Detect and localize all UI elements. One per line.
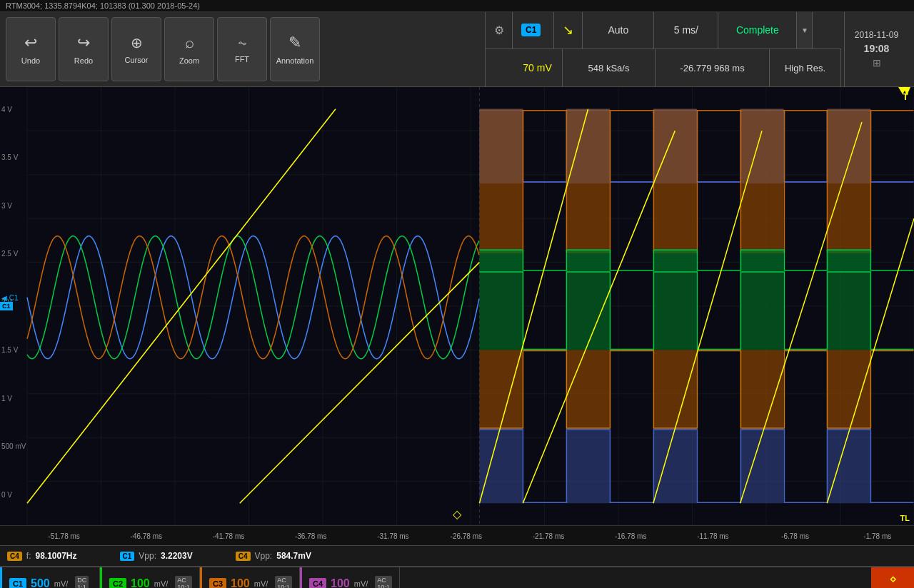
cursor-label: Cursor <box>124 56 148 64</box>
oscilloscope-display: 4 V 3.5 V 3 V 2.5 V 2 V 1.5 V 1 V 500 mV… <box>0 87 914 525</box>
time-axis: -51.78 ms -46.78 ms -41.78 ms -36.78 ms … <box>0 525 914 545</box>
trigger-icon-cell: ↘ <box>554 12 583 49</box>
ch1-value: 500 <box>31 577 50 588</box>
channel-c4-info[interactable]: C4 100 mV/ AC10:1 <box>300 567 400 588</box>
timebase-cell: 5 ms/ <box>654 12 718 49</box>
acquisition-value: Complete <box>736 24 779 36</box>
status-text: RTM3004; 1335.8794K04; 101383 (01.300 20… <box>6 1 200 10</box>
fft-button[interactable]: ⏦ FFT <box>217 17 267 81</box>
time-label-6: -21.78 ms <box>533 532 564 539</box>
measurement-freq: C4 f: 98.1007Hz <box>7 551 77 561</box>
c1-channel-indicator: C1 <box>0 302 13 310</box>
channel-c1-info[interactable]: C1 500 mV/ DC1:1 <box>0 567 100 588</box>
ch1-badge: C1 <box>9 578 26 588</box>
meas-freq-label: f: <box>26 551 31 561</box>
date-value: 2018-11-09 <box>855 30 898 40</box>
annotation-icon: ✎ <box>288 34 301 52</box>
mode-value: Auto <box>608 24 628 36</box>
volt-label-15v: 1.5 V <box>1 346 18 354</box>
status-bar: RTM3004; 1335.8794K04; 101383 (01.300 20… <box>0 0 914 12</box>
zoom-button[interactable]: ⌕ Zoom <box>164 17 214 81</box>
channel-header: ⚙ C1 ↘ Auto 5 ms/ Complete ▼ <box>486 12 841 49</box>
datetime-panel: 2018-11-09 19:08 ⊞ <box>844 12 908 87</box>
meas-badge-c1-vpp: C1 <box>120 552 135 561</box>
annotation-label: Annotation <box>276 56 314 65</box>
meas-vpp-c1-value: 3.2203V <box>161 551 193 561</box>
ch4-badge: C4 <box>309 578 326 588</box>
resolution-value: High Res. <box>785 63 825 74</box>
ch2-value: 100 <box>131 577 150 588</box>
time-label-10: -1.78 ms <box>863 532 891 539</box>
time-label-2: -41.78 ms <box>213 532 244 539</box>
ch4-coupling: AC10:1 <box>375 576 392 588</box>
redo-button[interactable]: ↪ Redo <box>59 17 109 81</box>
ch3-badge: C3 <box>209 578 226 588</box>
ch3-unit: mV/ <box>254 579 268 588</box>
zoom-icon: ⌕ <box>185 34 194 52</box>
time-label-9: -6.78 ms <box>781 532 809 539</box>
time-label-1: -46.78 ms <box>131 532 162 539</box>
cursor-button[interactable]: ⊕ Cursor <box>111 17 161 81</box>
sample-rate-cell: 548 kSa/s <box>563 49 656 87</box>
channel-badge: C1 <box>521 24 541 36</box>
volt-label-25v: 2.5 V <box>1 250 18 258</box>
ch1-coupling: DC1:1 <box>75 576 89 588</box>
timebase-value: 5 ms/ <box>674 24 698 36</box>
toolbar: ↩ Undo ↪ Redo ⊕ Cursor ⌕ Zoom ⏦ FFT ✎ An… <box>0 12 914 87</box>
mode-cell: Auto <box>583 12 654 49</box>
cursor-icon: ⊕ <box>131 34 143 51</box>
zoom-label: Zoom <box>179 56 199 65</box>
meas-vpp-c4-label: Vpp: <box>255 551 273 561</box>
meas-badge-c4-vpp: C4 <box>236 552 251 561</box>
undo-button[interactable]: ↩ Undo <box>6 17 56 81</box>
ch2-badge: C2 <box>109 578 126 588</box>
volt-label-4v: 4 V <box>1 105 12 113</box>
menu-button[interactable]: ⬦ Menu <box>871 567 914 589</box>
undo-label: Undo <box>21 56 40 65</box>
meas-freq-value: 98.1007Hz <box>35 551 76 561</box>
diamond-marker: ◇ <box>453 507 461 521</box>
meas-badge-c4-freq: C4 <box>7 552 22 561</box>
network-icon: ⊞ <box>873 57 881 69</box>
volt-label-500mv: 500 mV <box>1 442 26 450</box>
volt-label-1v: 1 V <box>1 394 12 402</box>
sample-rate-value: 548 kSa/s <box>588 63 630 74</box>
channel-footer: ⚙ 70 mV 548 kSa/s -26.779 968 ms High Re… <box>486 49 841 87</box>
volt-label-3v: 3 V <box>1 201 12 209</box>
measurement-vpp-c4: C4 Vpp: 584.7mV <box>236 551 311 561</box>
time-label-5: -26.78 ms <box>451 532 482 539</box>
time-offset-value: -26.779 968 ms <box>680 63 744 74</box>
bottom-channels-bar: C1 500 mV/ DC1:1 C2 100 mV/ AC10:1 C3 10… <box>0 567 914 588</box>
ch2-coupling: AC10:1 <box>175 576 192 588</box>
time-label-0: -51.78 ms <box>48 532 79 539</box>
fft-label: FFT <box>235 55 249 64</box>
fft-icon: ⏦ <box>238 36 246 51</box>
voltage-cell: 70 mV <box>513 49 563 87</box>
ch2-unit: mV/ <box>154 579 169 588</box>
waveform-canvas <box>0 87 914 525</box>
acquisition-cell: Complete <box>718 12 797 49</box>
channel-c2-info[interactable]: C2 100 mV/ AC10:1 <box>100 567 200 588</box>
volt-label-35v: 3.5 V <box>1 153 18 161</box>
redo-icon: ↪ <box>77 34 90 52</box>
tl-marker: TL <box>900 514 910 522</box>
measurement-vpp-c1: C1 Vpp: 3.2203V <box>120 551 193 561</box>
ch4-unit: mV/ <box>354 579 368 588</box>
channel-panel: ⚙ C1 ↘ Auto 5 ms/ Complete ▼ ⚙ 70 mV 548… <box>485 12 841 87</box>
trigger-t-marker: T <box>903 91 908 102</box>
time-offset-cell: -26.779 968 ms <box>656 49 770 87</box>
time-label-7: -16.78 ms <box>615 532 646 539</box>
dropdown-button[interactable]: ▼ <box>797 12 813 49</box>
time-label-4: -31.78 ms <box>377 532 408 539</box>
ch4-value: 100 <box>331 577 350 588</box>
redo-label: Redo <box>74 56 93 65</box>
channel-c3-info[interactable]: C3 100 mV/ AC10:1 <box>200 567 300 588</box>
time-label-8: -11.78 ms <box>697 532 728 539</box>
meas-vpp-c4-value: 584.7mV <box>276 551 311 561</box>
gear-button[interactable]: ⚙ <box>486 12 513 49</box>
annotation-button[interactable]: ✎ Annotation <box>270 17 320 81</box>
meas-vpp-c1-label: Vpp: <box>139 551 156 561</box>
menu-logo-icon: ⬦ <box>889 571 897 586</box>
ch3-value: 100 <box>231 577 250 588</box>
measurements-bar: C4 f: 98.1007Hz C1 Vpp: 3.2203V C4 Vpp: … <box>0 545 914 567</box>
